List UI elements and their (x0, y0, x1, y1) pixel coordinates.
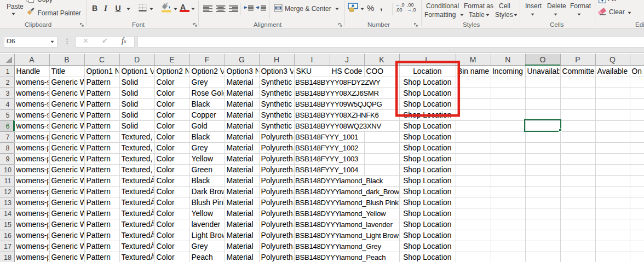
svg-text:Grey: Grey (192, 144, 208, 152)
svg-text:TexturedÁ: TexturedÁ (122, 198, 156, 207)
svg-text:BSB148BYYY08XZJ6SMR: BSB148BYYY08XZJ6SMR (295, 89, 379, 97)
svg-text:D: D (134, 55, 140, 64)
svg-text:TexturedÁ: TexturedÁ (122, 231, 156, 240)
svg-text:Color: Color (157, 231, 175, 240)
svg-text:Pattern: Pattern (87, 242, 111, 251)
svg-text:Black: Black (192, 100, 210, 108)
svg-text:Peach: Peach (192, 253, 213, 261)
svg-text:Shop Location: Shop Location (403, 231, 451, 240)
svg-text:4: 4 (6, 101, 10, 108)
svg-text:Synthetic: Synthetic (261, 78, 292, 86)
svg-text:BSB148BYYY08XZHNFK6: BSB148BYYY08XZHNFK6 (295, 111, 379, 119)
svg-text:Pattern: Pattern (87, 122, 111, 130)
svg-text:Material: Material (227, 242, 254, 251)
svg-text:TexturedÁ: TexturedÁ (122, 176, 156, 185)
svg-text:Shop Location: Shop Location (403, 122, 451, 130)
svg-text:Yellow: Yellow (192, 155, 213, 163)
svg-text:Solid: Solid (122, 89, 139, 97)
svg-text:Q: Q (610, 55, 616, 64)
svg-text:Shop Location: Shop Location (403, 155, 451, 163)
svg-text:Material: Material (227, 122, 254, 130)
svg-text:BSB148DYYYiamond_Black: BSB148DYYYiamond_Black (295, 177, 383, 185)
svg-text:BSB148DYYYiamond_Peach: BSB148DYYYiamond_Peach (295, 253, 386, 261)
svg-text:P: P (575, 55, 580, 64)
svg-text:Available: Available (597, 67, 628, 75)
svg-text:Synthetic: Synthetic (261, 122, 292, 130)
svg-text:Color: Color (157, 144, 175, 152)
svg-text:Pattern: Pattern (87, 133, 111, 141)
svg-text:Color: Color (157, 188, 175, 196)
svg-text:Color: Color (157, 89, 175, 97)
svg-text:C: C (99, 55, 105, 64)
svg-text:Black: Black (192, 177, 210, 185)
svg-text:Incoming: Incoming (492, 67, 523, 75)
svg-text:Shop Location: Shop Location (403, 78, 451, 86)
svg-text:G: G (239, 55, 245, 64)
svg-text:10: 10 (4, 166, 12, 174)
svg-text:Color: Color (157, 155, 175, 163)
svg-text:BSB148FYYY_1002: BSB148FYYY_1002 (295, 144, 358, 152)
svg-text:BSB148DYYYiamond_Yellow: BSB148DYYYiamond_Yellow (295, 209, 386, 218)
svg-text:Pattern: Pattern (87, 100, 111, 108)
svg-text:B: B (64, 55, 69, 64)
svg-text:Color: Color (157, 111, 175, 119)
svg-text:Black: Black (192, 133, 210, 141)
svg-text:Rose Gold: Rose Gold (192, 89, 227, 97)
svg-text:5: 5 (6, 112, 10, 119)
svg-text:Material: Material (227, 199, 254, 207)
svg-text:14: 14 (4, 210, 12, 218)
svg-text:BSB148BYYY08FDY2ZWY: BSB148BYYY08FDY2ZWY (295, 78, 381, 86)
svg-text:17: 17 (4, 243, 12, 251)
svg-text:Solid: Solid (122, 78, 139, 86)
svg-text:Material: Material (227, 89, 254, 97)
svg-text:lavender: lavender (192, 220, 221, 229)
svg-text:1: 1 (6, 68, 10, 75)
svg-text:Material: Material (227, 133, 254, 141)
svg-text:COO: COO (366, 67, 384, 75)
svg-text:13: 13 (4, 199, 12, 207)
svg-text:Grey: Grey (192, 242, 208, 251)
svg-text:Color: Color (157, 220, 175, 229)
svg-text:Synthetic: Synthetic (261, 100, 292, 108)
svg-text:Committed: Committed (562, 67, 599, 75)
svg-text:Material: Material (227, 144, 254, 152)
svg-text:N: N (505, 55, 510, 64)
svg-text:TexturedÁ: TexturedÁ (122, 253, 156, 261)
svg-text:11: 11 (4, 177, 12, 185)
svg-text:Pattern: Pattern (87, 209, 111, 218)
svg-text:Material: Material (227, 100, 254, 108)
svg-text:Color: Color (157, 166, 175, 174)
svg-text:Shop Location: Shop Location (403, 144, 451, 152)
svg-text:TexturedÁ: TexturedÁ (122, 209, 156, 218)
svg-text:BSB148DYYYiamond_Blush Pink: BSB148DYYYiamond_Blush Pink (295, 199, 399, 207)
svg-text:9: 9 (6, 155, 10, 163)
svg-text:Yellow: Yellow (192, 209, 213, 218)
svg-text:7: 7 (6, 133, 10, 141)
svg-text:On hand: On hand (632, 67, 644, 75)
svg-text:Material: Material (227, 177, 254, 185)
svg-text:Pattern: Pattern (87, 144, 111, 152)
svg-text:Material: Material (227, 231, 254, 240)
svg-text:BSB148FYYY_1001: BSB148FYYY_1001 (295, 133, 358, 141)
svg-text:Shop Location: Shop Location (403, 253, 451, 261)
svg-text:8: 8 (6, 144, 10, 152)
svg-text:Shop Location: Shop Location (403, 133, 451, 141)
svg-text:TexturedÁ: TexturedÁ (122, 220, 156, 229)
svg-text:Color: Color (157, 209, 175, 218)
svg-text:Bin name: Bin name (457, 67, 490, 75)
svg-text:Pattern: Pattern (87, 111, 111, 119)
svg-text:Handle: Handle (16, 67, 41, 75)
svg-text:Shop Location: Shop Location (403, 199, 451, 207)
svg-text:Color: Color (157, 177, 175, 185)
svg-text:A: A (29, 55, 34, 64)
svg-text:Pattern: Pattern (87, 155, 111, 163)
svg-text:Shop Location: Shop Location (403, 188, 451, 196)
svg-text:Shop Location: Shop Location (403, 220, 451, 229)
svg-text:M: M (470, 55, 476, 64)
svg-text:Solid: Solid (122, 122, 139, 130)
svg-text:Blush Pink: Blush Pink (192, 199, 227, 207)
svg-text:Solid: Solid (122, 100, 139, 108)
svg-text:Shop Location: Shop Location (403, 166, 451, 174)
svg-text:BSB148DYYYiamond_Grey: BSB148DYYYiamond_Grey (295, 242, 381, 251)
svg-text:BSB148FYYY_1004: BSB148FYYY_1004 (295, 166, 358, 174)
